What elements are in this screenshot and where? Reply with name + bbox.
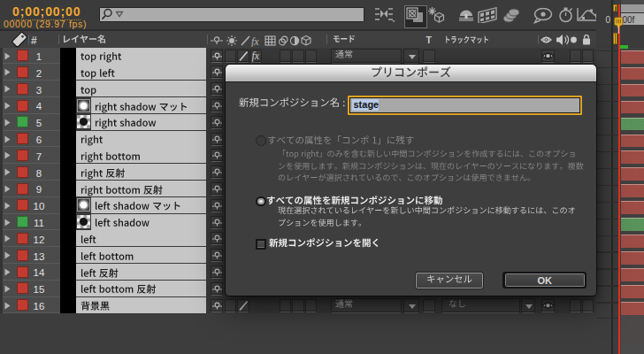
svg-text:fx: fx <box>251 35 259 47</box>
